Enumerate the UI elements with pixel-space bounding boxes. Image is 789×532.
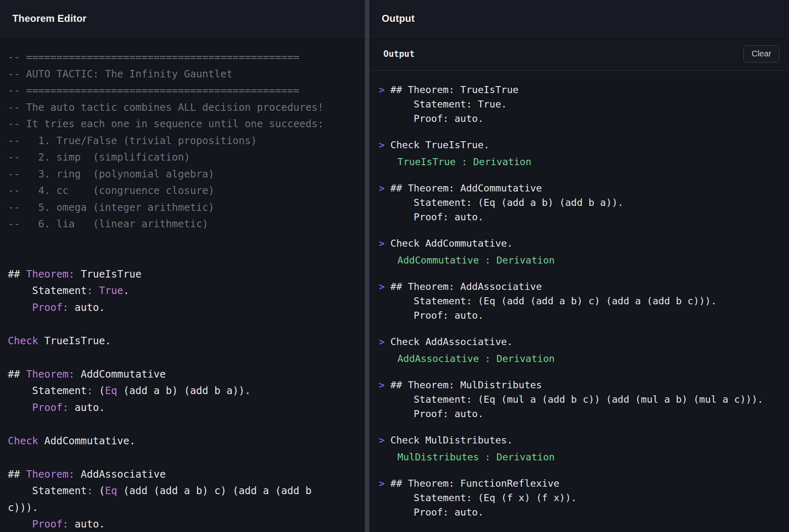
code-token-comment: -- =====================================… bbox=[8, 84, 299, 96]
command-text: ## Theorem: FunctionReflexive Statement:… bbox=[390, 476, 781, 520]
command-echo: >## Theorem: AddAssociative Statement: (… bbox=[379, 280, 781, 323]
output-entry: >## Theorem: AddAssociative Statement: (… bbox=[379, 280, 781, 323]
code-token-plain: AddCommutative. bbox=[38, 435, 135, 447]
command-echo: >Check AddCommutative. bbox=[379, 236, 781, 251]
editor-header: Theorem Editor bbox=[0, 0, 365, 37]
prompt-chevron-icon: > bbox=[379, 181, 385, 196]
output-entry: >## Theorem: MulDistributes Statement: (… bbox=[379, 378, 781, 421]
command-text: Check TrueIsTrue. bbox=[390, 138, 781, 152]
output-entry: >## Theorem: FunctionReflexive Statement… bbox=[379, 476, 781, 520]
code-token-keyword: Proof bbox=[32, 518, 63, 530]
code-token-keyword: Check bbox=[8, 435, 38, 447]
code-token-comment: -- 1. True/False (trivial propositions) bbox=[8, 135, 257, 147]
prompt-chevron-icon: > bbox=[379, 83, 385, 97]
command-echo: >Check MulDistributes. bbox=[379, 433, 781, 448]
code-token-comment: -- 3. ring (polynomial algebra) bbox=[8, 168, 215, 180]
code-token-plain bbox=[93, 285, 99, 296]
panel-splitter[interactable] bbox=[365, 0, 369, 532]
code-token-plain: ( bbox=[93, 485, 105, 497]
code-token-keyword: True bbox=[99, 285, 123, 296]
code-token-plain: AddAssociative bbox=[75, 468, 166, 480]
code-token-plain: auto. bbox=[69, 301, 105, 313]
editor-panel: Theorem Editor -- ======================… bbox=[0, 0, 365, 532]
command-text: Check AddCommutative. bbox=[390, 236, 781, 251]
code-token-comment: -- The auto tactic combines ALL decision… bbox=[8, 101, 324, 113]
command-echo: >## Theorem: TrueIsTrue Statement: True.… bbox=[379, 83, 781, 126]
code-token-comment: -- 5. omega (integer arithmetic) bbox=[8, 201, 215, 213]
code-token-comment: -- AUTO TACTIC: The Infinity Gauntlet bbox=[8, 68, 233, 80]
output-panel: Output Output Clear >## Theorem: TrueIsT… bbox=[369, 0, 789, 532]
output-entry: >Check MulDistributes.MulDistributes : D… bbox=[379, 433, 781, 464]
code-token-plain: ( bbox=[93, 385, 105, 397]
output-entry: >## Theorem: AddCommutative Statement: (… bbox=[379, 181, 781, 224]
command-text: ## Theorem: MulDistributes Statement: (E… bbox=[390, 378, 781, 421]
code-token-punct: : bbox=[63, 301, 69, 313]
code-token-plain: Statement bbox=[8, 285, 87, 296]
code-token-plain bbox=[8, 301, 32, 313]
code-token-plain: TrueIsTrue bbox=[75, 268, 141, 280]
prompt-chevron-icon: > bbox=[379, 236, 385, 251]
prompt-chevron-icon: > bbox=[379, 138, 385, 152]
prompt-chevron-icon: > bbox=[379, 335, 385, 349]
prompt-chevron-icon: > bbox=[379, 476, 385, 491]
output-subheader: Output Clear bbox=[369, 37, 789, 71]
code-token-punct: : bbox=[69, 368, 75, 380]
prompt-chevron-icon: > bbox=[379, 280, 385, 294]
code-token-keyword: Proof bbox=[32, 301, 63, 313]
command-echo: >Check TrueIsTrue. bbox=[379, 138, 781, 152]
code-token-keyword: Theorem bbox=[26, 468, 68, 480]
code-token-plain: ## bbox=[8, 368, 26, 380]
command-text: ## Theorem: AddCommutative Statement: (E… bbox=[390, 181, 781, 224]
command-text: ## Theorem: TrueIsTrue Statement: True. … bbox=[390, 83, 781, 126]
code-token-punct: : bbox=[87, 285, 93, 296]
result-text: AddAssociative : Derivation bbox=[379, 352, 781, 366]
code-token-comment: -- 2. simp (simplification) bbox=[8, 151, 190, 163]
code-token-comment: -- 4. cc (congruence closure) bbox=[8, 184, 215, 196]
result-text: AddCommutative : Derivation bbox=[379, 253, 781, 268]
app-root: Theorem Editor -- ======================… bbox=[0, 0, 789, 532]
code-token-punct: : bbox=[87, 485, 93, 497]
code-token-plain: ## bbox=[8, 268, 26, 280]
command-echo: >Check AddAssociative. bbox=[379, 335, 781, 349]
editor-title: Theorem Editor bbox=[12, 13, 86, 24]
code-token-plain: AddCommutative bbox=[75, 368, 166, 380]
code-token-punct: : bbox=[63, 518, 69, 530]
code-token-plain: auto. bbox=[69, 518, 105, 530]
output-header: Output bbox=[369, 0, 789, 37]
code-token-plain: . bbox=[123, 285, 129, 296]
code-token-plain: TrueIsTrue. bbox=[38, 335, 111, 347]
command-echo: >## Theorem: AddCommutative Statement: (… bbox=[379, 181, 781, 224]
code-token-punct: : bbox=[69, 468, 75, 480]
output-title: Output bbox=[382, 13, 415, 24]
code-token-punct: : bbox=[87, 385, 93, 397]
code-token-plain: Statement bbox=[8, 385, 87, 397]
code-token-plain bbox=[8, 401, 32, 413]
command-text: Check MulDistributes. bbox=[390, 433, 781, 448]
prompt-chevron-icon: > bbox=[379, 378, 385, 392]
code-token-plain: auto. bbox=[69, 401, 105, 413]
code-token-keyword: Check bbox=[8, 335, 38, 347]
code-token-keyword: Proof bbox=[32, 401, 63, 413]
code-token-comment: -- =====================================… bbox=[8, 51, 299, 63]
output-entry: >Check AddCommutative.AddCommutative : D… bbox=[379, 236, 781, 268]
command-echo: >## Theorem: FunctionReflexive Statement… bbox=[379, 476, 781, 520]
code-token-plain: ## bbox=[8, 468, 26, 480]
command-text: Check AddAssociative. bbox=[390, 335, 781, 349]
code-token-punct: : bbox=[69, 268, 75, 280]
code-token-keyword: Theorem bbox=[26, 268, 68, 280]
output-entry: >## Theorem: TrueIsTrue Statement: True.… bbox=[379, 83, 781, 126]
theorem-editor-code[interactable]: -- =====================================… bbox=[0, 37, 365, 532]
code-token-keyword: Eq bbox=[105, 385, 117, 397]
output-subheader-label: Output bbox=[383, 49, 415, 59]
output-entry: >Check TrueIsTrue.TrueIsTrue : Derivatio… bbox=[379, 138, 781, 169]
code-token-plain: (add a b) (add b a)). bbox=[117, 385, 251, 397]
result-text: TrueIsTrue : Derivation bbox=[379, 155, 781, 169]
code-token-keyword: Theorem bbox=[26, 368, 68, 380]
command-text: ## Theorem: AddAssociative Statement: (E… bbox=[390, 280, 781, 323]
code-token-plain bbox=[8, 518, 32, 530]
clear-button[interactable]: Clear bbox=[743, 45, 780, 63]
code-token-comment: -- It tries each one in sequence until o… bbox=[8, 118, 324, 130]
code-token-keyword: Eq bbox=[105, 485, 117, 497]
prompt-chevron-icon: > bbox=[379, 433, 385, 448]
code-token-comment: -- 6. lia (linear arithmetic) bbox=[8, 218, 208, 230]
